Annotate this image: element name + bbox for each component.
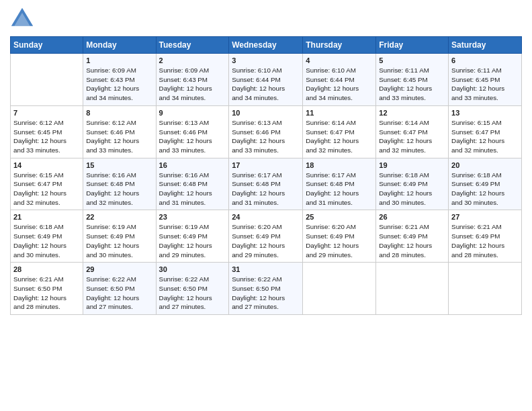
day-info: Sunrise: 6:18 AM Sunset: 6:49 PM Dayligh…	[13, 222, 80, 259]
day-cell: 14Sunrise: 6:15 AM Sunset: 6:47 PM Dayli…	[11, 158, 83, 210]
day-info: Sunrise: 6:09 AM Sunset: 6:43 PM Dayligh…	[159, 66, 226, 103]
day-info: Sunrise: 6:20 AM Sunset: 6:49 PM Dayligh…	[306, 222, 373, 259]
day-info: Sunrise: 6:16 AM Sunset: 6:48 PM Dayligh…	[86, 171, 152, 208]
week-row-3: 14Sunrise: 6:15 AM Sunset: 6:47 PM Dayli…	[11, 158, 522, 210]
day-cell	[449, 263, 522, 315]
day-info: Sunrise: 6:09 AM Sunset: 6:43 PM Dayligh…	[86, 66, 152, 103]
day-number: 30	[159, 265, 226, 273]
day-info: Sunrise: 6:15 AM Sunset: 6:47 PM Dayligh…	[451, 118, 519, 155]
day-number: 5	[379, 56, 445, 64]
day-number: 25	[306, 213, 373, 221]
day-number: 17	[232, 161, 300, 169]
day-number: 2	[159, 56, 226, 64]
day-cell: 22Sunrise: 6:19 AM Sunset: 6:49 PM Dayli…	[83, 210, 156, 263]
day-number: 10	[232, 109, 300, 117]
header-cell-sunday: Sunday	[11, 37, 83, 54]
day-info: Sunrise: 6:15 AM Sunset: 6:47 PM Dayligh…	[13, 171, 80, 208]
day-info: Sunrise: 6:17 AM Sunset: 6:48 PM Dayligh…	[306, 171, 373, 208]
header-cell-saturday: Saturday	[449, 37, 522, 54]
day-cell: 15Sunrise: 6:16 AM Sunset: 6:48 PM Dayli…	[83, 158, 156, 210]
week-row-5: 28Sunrise: 6:21 AM Sunset: 6:50 PM Dayli…	[11, 263, 522, 315]
day-cell: 9Sunrise: 6:13 AM Sunset: 6:46 PM Daylig…	[156, 105, 229, 158]
day-info: Sunrise: 6:10 AM Sunset: 6:44 PM Dayligh…	[232, 66, 300, 103]
day-cell: 31Sunrise: 6:22 AM Sunset: 6:50 PM Dayli…	[229, 263, 303, 315]
day-cell: 21Sunrise: 6:18 AM Sunset: 6:49 PM Dayli…	[11, 210, 83, 263]
day-number: 15	[86, 161, 152, 169]
day-info: Sunrise: 6:12 AM Sunset: 6:45 PM Dayligh…	[13, 118, 80, 155]
day-info: Sunrise: 6:21 AM Sunset: 6:49 PM Dayligh…	[451, 222, 519, 259]
header-cell-monday: Monday	[83, 37, 156, 54]
day-info: Sunrise: 6:21 AM Sunset: 6:50 PM Dayligh…	[13, 275, 80, 312]
day-number: 12	[379, 109, 445, 117]
day-info: Sunrise: 6:22 AM Sunset: 6:50 PM Dayligh…	[86, 275, 152, 312]
day-info: Sunrise: 6:14 AM Sunset: 6:47 PM Dayligh…	[306, 118, 373, 155]
day-cell: 13Sunrise: 6:15 AM Sunset: 6:47 PM Dayli…	[449, 105, 522, 158]
day-number: 3	[232, 56, 300, 64]
logo	[10, 7, 37, 31]
day-info: Sunrise: 6:18 AM Sunset: 6:49 PM Dayligh…	[451, 171, 519, 208]
day-number: 18	[306, 161, 373, 169]
day-cell: 12Sunrise: 6:14 AM Sunset: 6:47 PM Dayli…	[376, 105, 449, 158]
day-number: 28	[13, 265, 80, 273]
day-info: Sunrise: 6:17 AM Sunset: 6:48 PM Dayligh…	[232, 171, 300, 208]
day-number: 26	[379, 213, 445, 221]
day-number: 1	[86, 56, 152, 64]
day-cell	[303, 263, 376, 315]
day-number: 4	[306, 56, 373, 64]
week-row-2: 7Sunrise: 6:12 AM Sunset: 6:45 PM Daylig…	[11, 105, 522, 158]
day-info: Sunrise: 6:11 AM Sunset: 6:45 PM Dayligh…	[451, 66, 519, 103]
day-number: 11	[306, 109, 373, 117]
day-cell: 6Sunrise: 6:11 AM Sunset: 6:45 PM Daylig…	[449, 54, 522, 106]
day-cell: 28Sunrise: 6:21 AM Sunset: 6:50 PM Dayli…	[11, 263, 83, 315]
day-number: 14	[13, 161, 80, 169]
day-info: Sunrise: 6:19 AM Sunset: 6:49 PM Dayligh…	[159, 222, 226, 259]
day-number: 7	[13, 109, 80, 117]
day-number: 21	[13, 213, 80, 221]
calendar-table: SundayMondayTuesdayWednesdayThursdayFrid…	[10, 36, 522, 315]
day-number: 23	[159, 213, 226, 221]
day-number: 19	[379, 161, 445, 169]
day-number: 6	[451, 56, 519, 64]
day-info: Sunrise: 6:13 AM Sunset: 6:46 PM Dayligh…	[232, 118, 300, 155]
day-number: 8	[86, 109, 152, 117]
day-info: Sunrise: 6:14 AM Sunset: 6:47 PM Dayligh…	[379, 118, 445, 155]
day-cell	[11, 54, 83, 106]
day-info: Sunrise: 6:10 AM Sunset: 6:44 PM Dayligh…	[306, 66, 373, 103]
week-row-1: 1Sunrise: 6:09 AM Sunset: 6:43 PM Daylig…	[11, 54, 522, 106]
day-info: Sunrise: 6:19 AM Sunset: 6:49 PM Dayligh…	[86, 222, 152, 259]
day-cell: 10Sunrise: 6:13 AM Sunset: 6:46 PM Dayli…	[229, 105, 303, 158]
header-cell-wednesday: Wednesday	[229, 37, 303, 54]
day-cell: 20Sunrise: 6:18 AM Sunset: 6:49 PM Dayli…	[449, 158, 522, 210]
day-number: 20	[451, 161, 519, 169]
day-cell: 7Sunrise: 6:12 AM Sunset: 6:45 PM Daylig…	[11, 105, 83, 158]
day-cell: 27Sunrise: 6:21 AM Sunset: 6:49 PM Dayli…	[449, 210, 522, 263]
day-cell: 26Sunrise: 6:21 AM Sunset: 6:49 PM Dayli…	[376, 210, 449, 263]
header-row: SundayMondayTuesdayWednesdayThursdayFrid…	[11, 37, 522, 54]
day-cell: 4Sunrise: 6:10 AM Sunset: 6:44 PM Daylig…	[303, 54, 376, 106]
day-cell: 11Sunrise: 6:14 AM Sunset: 6:47 PM Dayli…	[303, 105, 376, 158]
day-info: Sunrise: 6:20 AM Sunset: 6:49 PM Dayligh…	[232, 222, 300, 259]
day-cell: 30Sunrise: 6:22 AM Sunset: 6:50 PM Dayli…	[156, 263, 229, 315]
day-cell: 16Sunrise: 6:16 AM Sunset: 6:48 PM Dayli…	[156, 158, 229, 210]
day-number: 9	[159, 109, 226, 117]
day-cell: 8Sunrise: 6:12 AM Sunset: 6:46 PM Daylig…	[83, 105, 156, 158]
day-number: 13	[451, 109, 519, 117]
day-cell: 5Sunrise: 6:11 AM Sunset: 6:45 PM Daylig…	[376, 54, 449, 106]
day-cell: 19Sunrise: 6:18 AM Sunset: 6:49 PM Dayli…	[376, 158, 449, 210]
day-number: 27	[451, 213, 519, 221]
day-cell: 17Sunrise: 6:17 AM Sunset: 6:48 PM Dayli…	[229, 158, 303, 210]
header	[10, 7, 522, 31]
day-number: 29	[86, 265, 152, 273]
day-cell: 24Sunrise: 6:20 AM Sunset: 6:49 PM Dayli…	[229, 210, 303, 263]
day-number: 24	[232, 213, 300, 221]
day-info: Sunrise: 6:13 AM Sunset: 6:46 PM Dayligh…	[159, 118, 226, 155]
page: SundayMondayTuesdayWednesdayThursdayFrid…	[0, 0, 532, 411]
header-cell-thursday: Thursday	[303, 37, 376, 54]
logo-icon	[10, 7, 34, 31]
day-cell: 25Sunrise: 6:20 AM Sunset: 6:49 PM Dayli…	[303, 210, 376, 263]
day-info: Sunrise: 6:22 AM Sunset: 6:50 PM Dayligh…	[159, 275, 226, 312]
day-number: 31	[232, 265, 300, 273]
header-cell-friday: Friday	[376, 37, 449, 54]
day-cell: 2Sunrise: 6:09 AM Sunset: 6:43 PM Daylig…	[156, 54, 229, 106]
day-info: Sunrise: 6:12 AM Sunset: 6:46 PM Dayligh…	[86, 118, 152, 155]
